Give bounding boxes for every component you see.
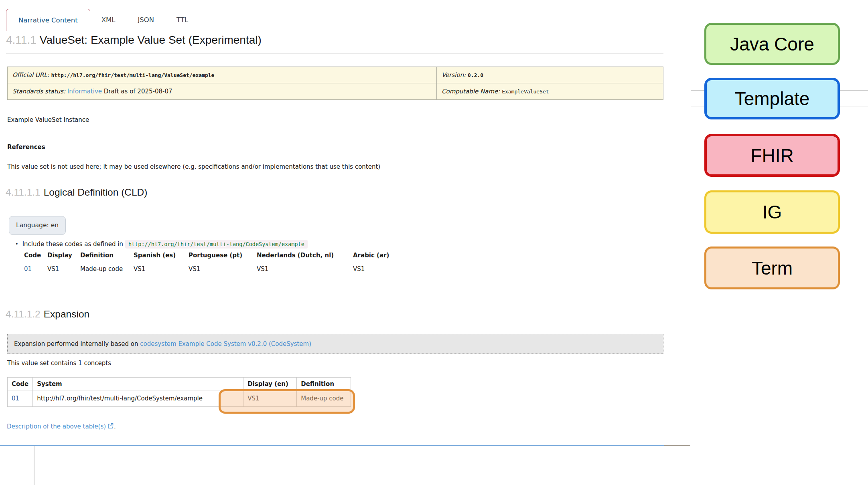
display-cell: VS1 [47,264,80,274]
version-cell: Version: 0.2.0 [437,67,663,83]
table-row: Standards status: Informative Draft as o… [8,83,663,100]
vertical-divider [34,446,34,485]
concept-count-text: This value set contains 1 concepts [7,360,111,367]
highlight-annotation [219,389,355,414]
references-body: This value set is not used here; it may … [7,163,380,170]
expansion-heading: 4.11.1.2Expansion [6,309,89,320]
official-url-cell: Official URL: http://hl7.org/fhir/test/m… [8,67,437,83]
col-header: Nederlands (Dutch, nl) [257,251,353,264]
diagram-node-term: Term [704,247,840,289]
col-header: Portuguese (pt) [189,251,257,264]
references-heading: References [7,143,45,151]
cld-heading-text: Logical Definition (CLD) [44,187,148,198]
table-header-row: Code Display Definition Spanish (es) Por… [24,251,397,264]
col-header: Code [24,251,47,264]
section-number: 4.11.1 [6,34,37,46]
code-link[interactable]: 01 [24,265,32,273]
arabic-cell: VS1 [353,264,397,274]
page: Narrative Content XML JSON TTL 4.11.1Val… [0,0,868,485]
code-cell: 01 [24,264,47,274]
col-header: Spanish (es) [134,251,189,264]
standards-status-label: Standards status: [12,88,65,95]
table-header-row: Code System Display (en) Definition [8,378,351,390]
cld-concepts-table: Code Display Definition Spanish (es) Por… [24,251,397,274]
section-number: 4.11.1.2 [6,309,41,319]
expansion-notice-text: Expansion performed internally based on [14,340,140,348]
tab-narrative-content[interactable]: Narrative Content [6,9,90,31]
version-label: Version: [442,71,466,79]
description-link[interactable]: Description of the above table(s) [7,423,106,430]
spanish-cell: VS1 [134,264,189,274]
col-header: System [33,378,243,390]
system-cell: http://hl7.org/fhir/test/multi-lang/Code… [33,390,243,407]
tab-xml[interactable]: XML [90,9,127,31]
expansion-heading-text: Expansion [44,309,89,319]
portuguese-cell: VS1 [189,264,257,274]
include-text: Include these codes as defined in [22,240,123,248]
bottom-rule-gray [664,445,690,446]
metadata-table: Official URL: http://hl7.org/fhir/test/m… [7,67,663,100]
include-codesystem-url: http://hl7.org/fhir/test/multi-lang/Code… [125,240,308,249]
page-title: 4.11.1ValueSet: Example Value Set (Exper… [6,34,663,54]
bottom-rule-blue [0,445,664,446]
tab-bar: Narrative Content XML JSON TTL [6,9,663,31]
expansion-notice: Expansion performed internally based on … [7,334,663,354]
diagram-node-template: Template [704,78,840,119]
official-url-value: http://hl7.org/fhir/test/multi-lang/Valu… [51,72,214,78]
code-link[interactable]: 01 [12,395,19,402]
table-row: 01 VS1 Made-up code VS1 VS1 VS1 VS1 [24,264,397,274]
table-description-line: Description of the above table(s). [7,423,116,430]
col-header: Display [47,251,80,264]
cld-heading: 4.11.1.1Logical Definition (CLD) [6,187,147,198]
dutch-cell: VS1 [257,264,353,274]
col-header: Code [8,378,33,390]
diagram-node-fhir: FHIR [704,134,840,177]
instance-description: Example ValueSet Instance [7,116,89,123]
computable-name-value: ExampleValueSet [502,89,549,95]
description-suffix: . [114,423,116,430]
external-link-icon [107,423,114,430]
official-url-label: Official URL: [12,71,49,79]
standards-status-cell: Standards status: Informative Draft as o… [8,83,437,100]
col-header: Display (en) [243,378,297,390]
computable-name-label: Computable Name: [442,88,500,95]
col-header: Definition [297,378,351,390]
version-value: 0.2.0 [468,72,483,78]
page-title-text: ValueSet: Example Value Set (Experimenta… [40,34,262,46]
bullet-icon: • [15,241,18,247]
language-button[interactable]: Language: en [9,216,66,235]
computable-name-cell: Computable Name: ExampleValueSet [437,83,663,100]
col-header: Arabic (ar) [353,251,397,264]
section-number: 4.11.1.1 [6,187,41,198]
right-grid-line [691,21,868,21]
table-row: Official URL: http://hl7.org/fhir/test/m… [8,67,663,83]
definition-cell: Made-up code [80,264,134,274]
standards-status-text: Draft as of 2025-08-07 [104,88,172,95]
tab-json[interactable]: JSON [126,9,165,31]
codesystem-link[interactable]: codesystem Example Code System v0.2.0 (C… [140,340,311,348]
include-bullet: •Include these codes as defined inhttp:/… [15,240,308,248]
diagram-node-java-core: Java Core [704,23,840,65]
col-header: Definition [80,251,134,264]
informative-link[interactable]: Informative [67,88,102,95]
tab-ttl[interactable]: TTL [165,9,199,31]
diagram-node-ig: IG [704,190,840,234]
code-cell: 01 [8,390,33,407]
